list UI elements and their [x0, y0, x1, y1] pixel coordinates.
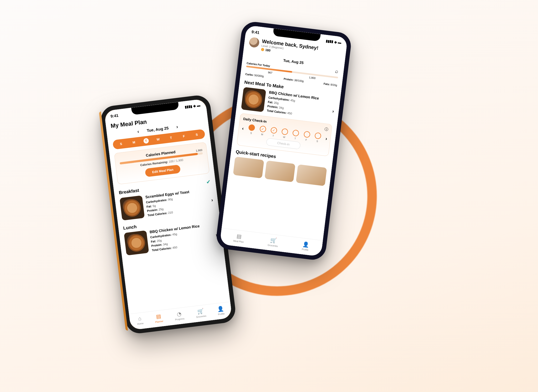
breakfast-section: Breakfast ✔ Scrambled Eggs w/ Toast Carb…	[118, 178, 214, 220]
cart-icon: 🛒	[197, 308, 204, 315]
checkin-dot-tue[interactable]: ✓	[270, 127, 277, 134]
signal-icon: ▮▮▮▮	[326, 39, 334, 44]
day-mon[interactable]: M	[130, 139, 138, 145]
cart-icon: 🛒	[270, 237, 277, 244]
breakfast-heading: Breakfast	[118, 188, 139, 195]
day-thu[interactable]: T	[167, 135, 175, 141]
chevron-right-icon: ›	[332, 109, 334, 114]
checkin-dot-sun[interactable]	[248, 124, 255, 131]
checkin-dot-fri[interactable]	[303, 131, 311, 138]
tab-progress[interactable]: ◔Progress	[174, 310, 184, 321]
chevron-right-icon: ›	[211, 197, 213, 203]
day-fri[interactable]: F	[180, 133, 188, 139]
checkin-dot-mon[interactable]: ✓	[259, 126, 266, 133]
breakfast-image	[120, 195, 145, 221]
profile-icon: 👤	[217, 305, 224, 312]
tab-profile[interactable]: 👤Profile	[217, 305, 225, 316]
planner-icon: ▤	[156, 313, 162, 320]
checkin-dot-thu[interactable]	[292, 130, 299, 137]
day-sun[interactable]: S	[117, 141, 125, 147]
tab-groceries[interactable]: 🛒Groceries	[195, 307, 206, 318]
profile-icon: 👤	[302, 241, 309, 248]
checkin-dot-sat[interactable]	[314, 132, 322, 139]
status-time: 9:41	[251, 29, 260, 35]
wifi-icon: ◈	[334, 40, 337, 44]
signal-icon: ▮▮▮▮	[185, 104, 193, 109]
status-icons: ▮▮▮▮ ◈ ▬	[326, 39, 342, 45]
battery-icon: ▬	[338, 40, 342, 44]
lunch-image	[124, 230, 149, 256]
user-avatar[interactable]	[249, 37, 260, 48]
checkin-next-button[interactable]: ›	[325, 136, 328, 142]
quickstart-recipe-card[interactable]	[233, 157, 264, 178]
mealplan-icon: ▤	[236, 233, 242, 240]
tab-groceries[interactable]: 🛒Groceries	[267, 237, 279, 247]
tab-profile[interactable]: 👤Profile	[302, 241, 309, 251]
tab-home[interactable]: ⌂Home	[136, 315, 144, 326]
battery-icon: ▬	[196, 103, 200, 107]
home-icon: ⌂	[138, 315, 142, 322]
calories-max: 1,900	[196, 148, 203, 152]
checkin-prev-button[interactable]: ‹	[242, 126, 244, 131]
coin-icon	[261, 48, 264, 51]
day-wed[interactable]: W	[154, 136, 162, 142]
calories-planned-card: Calories Planned 1,900 Calories Remainin…	[114, 142, 210, 184]
status-icons: ▮▮▮▮ ◈ ▬	[185, 103, 201, 109]
current-date: Tue, Aug 25	[147, 126, 169, 133]
tab-mealplan[interactable]: ▤Meal Plan	[233, 233, 245, 244]
status-time: 9:41	[110, 113, 119, 118]
daily-checkin-card: Daily Check-In ⓘ ‹ S ✓M ✓T W T F S › Che…	[237, 113, 332, 156]
progress-icon: ◔	[177, 311, 182, 317]
quickstart-recipe-card[interactable]	[265, 161, 296, 182]
bottom-tab-bar: ⌂Home ▤Planner ◔Progress 🛒Groceries 👤Pro…	[129, 302, 232, 330]
edit-meal-plan-button[interactable]: Edit Meal Plan	[145, 164, 181, 177]
checkin-dot-wed[interactable]	[281, 128, 288, 135]
next-meal-image	[241, 87, 266, 112]
lunch-section: Lunch BBQ Chicken w/ Lemon Rice Carbohyd…	[123, 214, 218, 255]
day-sat[interactable]: S	[193, 132, 200, 138]
lunch-heading: Lunch	[123, 224, 137, 231]
info-icon[interactable]: ⓘ	[324, 127, 328, 132]
check-complete-icon: ✔	[206, 178, 211, 185]
calories-current: 967	[268, 71, 272, 74]
wifi-icon: ◈	[193, 104, 196, 108]
next-day-button[interactable]: ›	[176, 124, 178, 130]
tab-planner[interactable]: ▤Planner	[154, 313, 163, 323]
calories-target: 1,900	[309, 76, 316, 80]
prev-day-button[interactable]: ‹	[137, 129, 139, 135]
quickstart-recipe-card[interactable]	[296, 164, 327, 186]
day-tue[interactable]: T	[143, 138, 149, 144]
